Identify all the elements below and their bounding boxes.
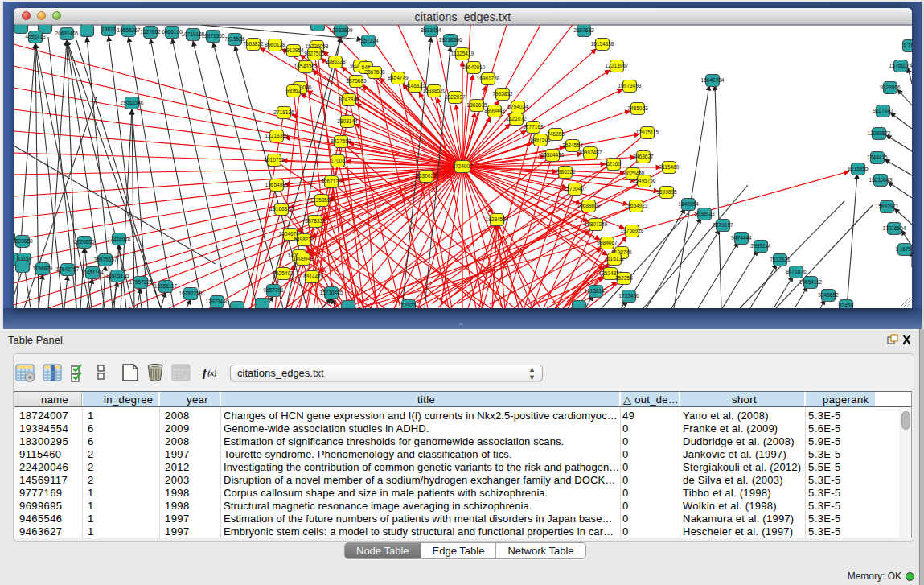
svg-text:2867608: 2867608 (364, 69, 385, 75)
svg-text:2530022: 2530022 (416, 173, 437, 179)
svg-text:12213967: 12213967 (606, 63, 629, 68)
svg-text:1615132: 1615132 (604, 256, 625, 262)
svg-text:6794024: 6794024 (507, 104, 528, 109)
svg-text:8427552: 8427552 (331, 138, 351, 144)
svg-text:9474444: 9474444 (731, 235, 752, 241)
svg-text:10655267: 10655267 (117, 27, 141, 33)
svg-text:11451194: 11451194 (81, 270, 104, 275)
svg-text:3875685: 3875685 (346, 78, 367, 84)
svg-text:16782759: 16782759 (179, 290, 203, 296)
svg-text:11325419: 11325419 (451, 51, 474, 56)
svg-text:7986322: 7986322 (555, 169, 576, 175)
svg-text:746266: 746266 (547, 131, 565, 137)
svg-text:2935114: 2935114 (751, 243, 771, 249)
svg-text:7515526: 7515526 (224, 36, 245, 42)
svg-text:8990443: 8990443 (484, 108, 505, 113)
svg-text:9115460: 9115460 (659, 164, 680, 170)
svg-text:7625402: 7625402 (273, 270, 294, 276)
svg-text:7357224: 7357224 (358, 38, 379, 43)
svg-text:9242848: 9242848 (339, 97, 359, 102)
svg-text:92450: 92450 (839, 303, 853, 308)
svg-text:15751074: 15751074 (889, 63, 912, 68)
svg-text:15720407: 15720407 (564, 186, 587, 192)
svg-text:98962: 98962 (286, 88, 301, 93)
svg-text:7485063: 7485063 (627, 105, 648, 111)
svg-text:8267130: 8267130 (321, 179, 342, 184)
svg-text:12093872: 12093872 (868, 130, 891, 136)
svg-text:8912954: 8912954 (283, 47, 304, 53)
svg-text:16210643: 16210643 (869, 177, 893, 183)
svg-text:16914479: 16914479 (301, 274, 324, 279)
svg-text:16648784: 16648784 (701, 77, 725, 83)
svg-text:9657791: 9657791 (263, 287, 284, 293)
svg-text:5938923: 5938923 (694, 211, 715, 216)
svg-text:30975657: 30975657 (94, 257, 117, 262)
svg-text:12923446: 12923446 (206, 299, 229, 304)
svg-text:20691406: 20691406 (55, 31, 79, 36)
svg-text:9699695: 9699695 (656, 189, 677, 195)
svg-text:10654112: 10654112 (799, 279, 823, 285)
svg-text:16958117: 16958117 (154, 283, 178, 289)
svg-text:5878332: 5878332 (305, 218, 326, 224)
svg-text:14136141: 14136141 (585, 288, 608, 294)
svg-text:12213369: 12213369 (265, 133, 289, 138)
svg-text:19218506: 19218506 (439, 37, 462, 43)
svg-text:19654985: 19654985 (265, 182, 289, 187)
svg-text:2803144: 2803144 (337, 118, 358, 124)
svg-text:18807249: 18807249 (585, 221, 608, 227)
svg-text:6966160: 6966160 (162, 29, 183, 35)
svg-text:1362615: 1362615 (466, 102, 487, 108)
svg-text:16640910: 16640910 (462, 64, 486, 70)
svg-text:17006: 17006 (331, 158, 345, 163)
svg-text:1640954: 1640954 (678, 201, 699, 207)
svg-text:10973493: 10973493 (618, 83, 642, 89)
svg-text:1527602: 1527602 (140, 29, 161, 35)
svg-text:7663822: 7663822 (243, 41, 264, 47)
svg-text:9327505: 9327505 (304, 51, 325, 56)
svg-text:1010755: 1010755 (264, 157, 285, 163)
svg-text:1 117: 1 117 (903, 43, 912, 48)
svg-text:17942757: 17942757 (56, 266, 80, 272)
svg-text:1621072: 1621072 (506, 116, 527, 122)
svg-text:1733426: 1733426 (618, 293, 639, 299)
svg-text:12505135: 12505135 (106, 273, 129, 278)
svg-text:10807487: 10807487 (579, 150, 602, 155)
svg-text:12975115: 12975115 (636, 130, 659, 135)
svg-text:2718126: 2718126 (273, 109, 294, 115)
svg-text:8471676: 8471676 (786, 269, 807, 274)
svg-text:20364436: 20364436 (541, 152, 565, 158)
svg-text:8813054: 8813054 (421, 27, 441, 33)
svg-text:11353594: 11353594 (310, 197, 334, 203)
svg-text:3624554: 3624554 (562, 142, 583, 148)
svg-text:6497508: 6497508 (530, 137, 551, 142)
svg-text:15388520: 15388520 (423, 88, 446, 93)
svg-text:17016504: 17016504 (883, 225, 906, 231)
svg-text:19384554: 19384554 (486, 216, 509, 222)
svg-text:16154838: 16154838 (591, 41, 614, 47)
svg-text:1244415: 1244415 (867, 154, 888, 160)
svg-text:8215955: 8215955 (848, 166, 869, 171)
svg-text:16671355: 16671355 (202, 33, 225, 39)
svg-text:6879197: 6879197 (713, 222, 733, 228)
svg-text:2620650: 2620650 (14, 238, 33, 244)
svg-text:10688609: 10688609 (577, 203, 601, 208)
svg-text:8186328: 8186328 (325, 59, 346, 64)
svg-text:5498222: 5498222 (294, 237, 314, 242)
svg-text:62160: 62160 (606, 161, 621, 167)
svg-text:19166827: 19166827 (270, 206, 294, 212)
svg-text:1 16753: 1 16753 (895, 246, 912, 252)
svg-text:10033809: 10033809 (330, 27, 353, 33)
svg-text:9329966: 9329966 (880, 84, 901, 90)
svg-text:2020655: 2020655 (74, 239, 95, 245)
svg-text:1724007: 1724007 (452, 163, 473, 169)
svg-text:252254: 252254 (615, 275, 633, 281)
svg-text:16961758: 16961758 (477, 76, 500, 81)
svg-text:1409948: 1409948 (293, 256, 314, 262)
svg-text:9777169: 9777169 (523, 124, 544, 130)
svg-text:8454749: 8454749 (388, 75, 409, 80)
svg-text:29053346: 29053346 (121, 100, 144, 105)
svg-text:7632621: 7632621 (770, 257, 791, 262)
svg-text:9463627: 9463627 (633, 154, 654, 159)
svg-text:15495756: 15495756 (633, 178, 656, 183)
svg-text:8322037: 8322037 (445, 94, 466, 100)
